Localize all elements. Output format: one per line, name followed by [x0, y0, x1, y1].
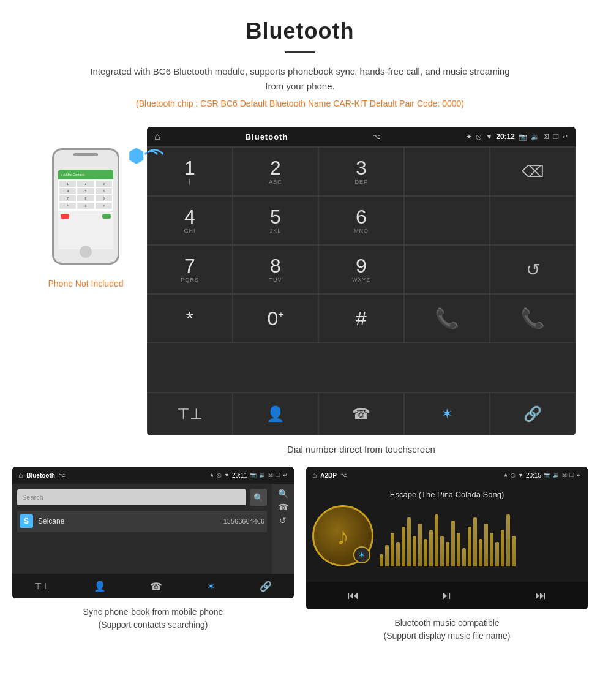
phone-container: ⬢ + Add to Contac [24, 127, 147, 288]
dial-cell-empty-2 [404, 196, 490, 245]
pb-home-icon: ⌂ [18, 471, 23, 480]
music-skip-forward-icon[interactable]: ⏭ [535, 589, 546, 602]
dialpad-bottom-link[interactable]: 🔗 [490, 393, 576, 435]
dialpad-bottom-grid[interactable]: ⊤⊥ [147, 393, 233, 435]
music-loc-icon: ◎ [511, 472, 516, 478]
dial-caption: Dial number direct from touchscreen [73, 444, 600, 454]
music-bt-badge: ✶ [353, 546, 370, 563]
music-status-time: 20:15 [526, 472, 541, 479]
bluetooth-status-icon: ★ [466, 133, 472, 141]
music-note-icon: ♪ [337, 522, 349, 550]
pb-cam-icon: 📷 [250, 472, 257, 478]
dial-refresh-button[interactable]: ↺ [490, 245, 576, 294]
dial-key-9[interactable]: 9 WXYZ [318, 245, 404, 294]
pb-search-box[interactable]: Search [17, 489, 246, 505]
pb-status-time: 20:11 [232, 472, 247, 479]
music-status-bar: ⌂ A2DP ⌥ ★ ◎ ▼ 20:15 📷 🔉 ☒ ❐ ↵ [306, 467, 588, 484]
dial-key-hash[interactable]: # [318, 294, 404, 343]
dialpad-bottom-bluetooth[interactable]: ✶ [404, 393, 490, 435]
page-header: Bluetooth Integrated with BC6 Bluetooth … [0, 0, 600, 127]
music-bt-icon: ★ [503, 472, 508, 478]
pb-right-call-icon[interactable]: ☎ [278, 502, 288, 512]
pb-right-search-icon[interactable]: 🔍 [278, 489, 288, 499]
dial-cell-empty-4 [404, 245, 490, 294]
music-caption: Bluetooth music compatible (Support disp… [384, 617, 511, 642]
dial-key-3[interactable]: 3 DEF [318, 147, 404, 196]
pb-contact-number: 13566664466 [223, 517, 264, 525]
phonebook-caption: Sync phone-book from mobile phone (Suppo… [83, 606, 223, 631]
music-controls: ⏮ ⏯ ⏭ [306, 582, 588, 609]
music-close-icon: ☒ [562, 472, 567, 478]
pb-contact-letter: S [20, 514, 33, 528]
close-icon: ☒ [543, 133, 549, 141]
dial-key-6[interactable]: 6 MNO [318, 196, 404, 245]
pb-bottom-link-icon[interactable]: 🔗 [260, 581, 272, 592]
dial-key-2[interactable]: 2 ABC [233, 147, 318, 196]
dial-key-8[interactable]: 8 TUV [233, 245, 318, 294]
phonebook-block: ⌂ Bluetooth ⌥ ★ ◎ ▼ 20:11 📷 🔉 ☒ ❐ ↵ [12, 467, 294, 642]
dial-screen: ⌂ Bluetooth ⌥ ★ ◎ ▼ 20:12 📷 🔉 ☒ ❐ ↵ [147, 127, 576, 435]
dialpad-grid: 1 ǀ 2 ABC 3 DEF ⌫ 4 GHI [147, 146, 576, 392]
status-bar: ⌂ Bluetooth ⌥ ★ ◎ ▼ 20:12 📷 🔉 ☒ ❐ ↵ [147, 127, 576, 146]
home-icon: ⌂ [154, 131, 160, 142]
dial-cell-empty-3 [490, 196, 576, 245]
back-icon: ↵ [563, 133, 568, 141]
dial-end-call-button[interactable]: 📞 [490, 294, 576, 343]
dial-key-7[interactable]: 7 PQRS [147, 245, 233, 294]
music-play-pause-icon[interactable]: ⏯ [441, 589, 452, 602]
pb-back-icon: ↵ [283, 472, 288, 478]
pb-search-row: Search 🔍 [17, 489, 267, 506]
pb-bottom-phone-icon[interactable]: ☎ [150, 581, 162, 592]
phone-not-included-label: Phone Not Included [48, 279, 124, 288]
camera-icon: 📷 [519, 133, 527, 141]
pb-screen-label: Bluetooth [26, 472, 55, 479]
music-screen-label: A2DP [320, 472, 337, 479]
music-skip-back-icon[interactable]: ⏮ [348, 589, 359, 602]
phone-body: + Add to Contacts 1 2 3 4 5 6 [52, 148, 119, 265]
pb-loc-icon: ◎ [217, 472, 222, 478]
pb-search-placeholder: Search [22, 494, 43, 501]
pb-right-bar: 🔍 ☎ ↺ [272, 484, 294, 574]
dialpad-bottom-contacts[interactable]: 👤 [233, 393, 318, 435]
window-icon: ❐ [553, 133, 559, 141]
dial-cell-empty-1 [404, 147, 490, 196]
music-screen: ⌂ A2DP ⌥ ★ ◎ ▼ 20:15 📷 🔉 ☒ ❐ ↵ [306, 467, 588, 609]
header-divider [285, 51, 315, 53]
main-content: ⬢ + Add to Contac [0, 127, 600, 655]
pb-bottom-person-icon[interactable]: 👤 [94, 581, 106, 592]
phone-home-button [80, 246, 92, 258]
pb-bottom-bt-icon[interactable]: ✶ [207, 581, 215, 592]
pb-search-button[interactable]: 🔍 [250, 489, 267, 506]
dial-key-star[interactable]: * [147, 294, 233, 343]
music-usb-icon: ⌥ [340, 472, 347, 478]
pb-sig-icon: ▼ [224, 472, 230, 478]
music-main-area: ♪ ✶ [312, 505, 582, 566]
pb-bottom-grid-icon[interactable]: ⊤⊥ [34, 581, 49, 591]
dial-backspace-button[interactable]: ⌫ [490, 147, 576, 196]
music-back-icon: ↵ [577, 472, 582, 478]
pb-right-refresh-icon[interactable]: ↺ [279, 516, 287, 525]
dial-key-5[interactable]: 5 JKL [233, 196, 318, 245]
pb-usb-icon: ⌥ [59, 472, 65, 478]
phone-screen: + Add to Contacts 1 2 3 4 5 6 [58, 170, 113, 249]
dial-key-0[interactable]: 0+ [233, 294, 318, 343]
dialpad-bottom: ⊤⊥ 👤 ☎ ✶ 🔗 [147, 392, 576, 435]
pb-contact-row[interactable]: S Seicane 13566664466 [17, 511, 267, 532]
pb-contact-name: Seicane [38, 517, 64, 525]
phonebook-screen: ⌂ Bluetooth ⌥ ★ ◎ ▼ 20:11 📷 🔉 ☒ ❐ ↵ [12, 467, 294, 598]
dial-call-button[interactable]: 📞 [404, 294, 490, 343]
bluetooth-specs: (Bluetooth chip : CSR BC6 Default Blueto… [12, 99, 588, 108]
pb-vol-icon: 🔉 [259, 472, 266, 478]
music-home-icon: ⌂ [312, 471, 317, 480]
dial-key-1[interactable]: 1 ǀ [147, 147, 233, 196]
location-icon: ◎ [476, 133, 482, 141]
page-description: Integrated with BC6 Bluetooth module, su… [86, 64, 514, 94]
dial-key-4[interactable]: 4 GHI [147, 196, 233, 245]
pb-main-area: Search 🔍 S Seicane 13566664466 [12, 484, 272, 574]
pb-screen-wrapper: Search 🔍 S Seicane 13566664466 [12, 484, 294, 574]
signal-icon: ▼ [486, 133, 492, 140]
top-section: ⬢ + Add to Contac [12, 127, 588, 435]
dialpad-bottom-call[interactable]: ☎ [318, 393, 404, 435]
music-visualizer [380, 505, 582, 566]
bluetooth-signal: ⬢ [128, 145, 144, 167]
